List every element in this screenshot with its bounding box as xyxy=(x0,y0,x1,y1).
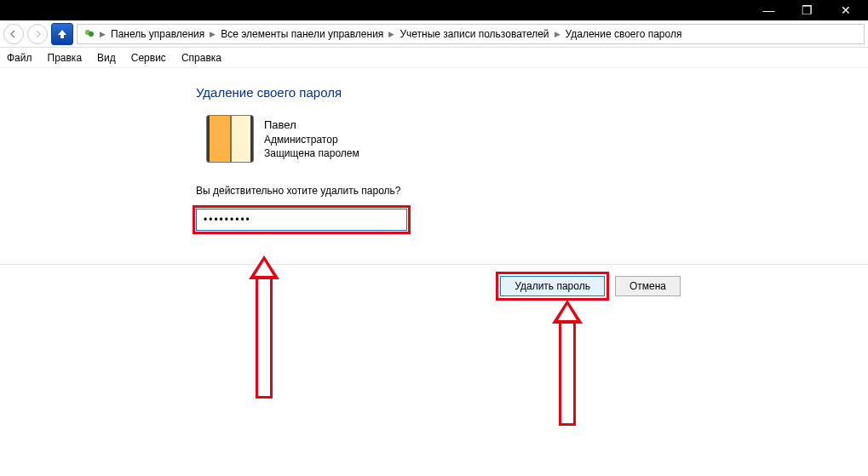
menu-service[interactable]: Сервис xyxy=(131,52,166,64)
svg-point-1 xyxy=(89,32,94,37)
breadcrumb[interactable]: ▶ Панель управления ▶ Все элементы панел… xyxy=(77,24,865,44)
password-field-wrapper xyxy=(196,209,407,231)
menu-file[interactable]: Файл xyxy=(7,52,32,64)
menu-view[interactable]: Вид xyxy=(97,52,116,64)
delete-password-button[interactable]: Удалить пароль xyxy=(500,276,605,296)
maximize-button[interactable]: ❐ xyxy=(788,0,826,20)
page-content: Удаление своего пароля Павел Администрат… xyxy=(0,68,868,231)
page-title: Удаление своего пароля xyxy=(196,85,868,100)
menu-edit[interactable]: Правка xyxy=(48,52,83,64)
annotation-arrow xyxy=(552,300,583,426)
close-button[interactable]: ✕ xyxy=(826,0,865,20)
user-status: Защищена паролем xyxy=(264,146,359,160)
forward-button[interactable] xyxy=(27,24,48,44)
cancel-button[interactable]: Отмена xyxy=(615,276,681,296)
delete-button-wrapper: Удалить пароль xyxy=(500,276,605,296)
dialog-footer: Удалить пароль Отмена xyxy=(0,264,868,307)
menu-help[interactable]: Справка xyxy=(181,52,221,64)
breadcrumb-item[interactable]: Все элементы панели управления xyxy=(219,28,385,40)
breadcrumb-item[interactable]: Удаление своего пароля xyxy=(564,28,684,40)
user-info-block: Павел Администратор Защищена паролем xyxy=(206,115,868,163)
user-accounts-icon xyxy=(83,27,96,41)
user-role: Администратор xyxy=(264,133,359,146)
window-titlebar: — ❐ ✕ xyxy=(0,0,868,20)
breadcrumb-item[interactable]: Учетные записи пользователей xyxy=(398,28,550,40)
chevron-right-icon: ▶ xyxy=(210,30,216,38)
password-input[interactable] xyxy=(196,209,407,231)
confirm-prompt: Вы действительно хотите удалить пароль? xyxy=(196,185,868,197)
back-button[interactable] xyxy=(3,24,24,44)
minimize-button[interactable]: — xyxy=(750,0,788,20)
annotation-arrow xyxy=(249,255,279,399)
menu-bar: Файл Правка Вид Сервис Справка xyxy=(0,48,868,68)
navigation-bar: ▶ Панель управления ▶ Все элементы панел… xyxy=(0,20,868,48)
chevron-right-icon: ▶ xyxy=(555,30,560,38)
user-name: Павел xyxy=(264,118,359,133)
breadcrumb-item[interactable]: Панель управления xyxy=(109,28,206,40)
user-info-text: Павел Администратор Защищена паролем xyxy=(264,118,359,160)
up-icon[interactable] xyxy=(51,23,73,45)
chevron-right-icon: ▶ xyxy=(100,30,106,38)
chevron-right-icon: ▶ xyxy=(388,30,394,38)
avatar xyxy=(206,115,254,163)
